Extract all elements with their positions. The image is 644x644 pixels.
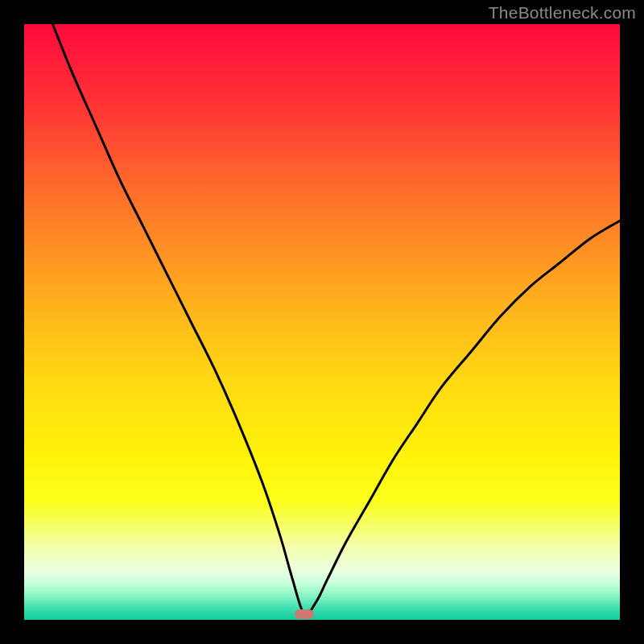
- chart-frame: TheBottleneck.com: [0, 0, 644, 644]
- bottleneck-curve: [24, 24, 620, 620]
- watermark: TheBottleneck.com: [489, 3, 636, 23]
- optimum-marker: [295, 609, 314, 619]
- plot-area: [24, 24, 620, 620]
